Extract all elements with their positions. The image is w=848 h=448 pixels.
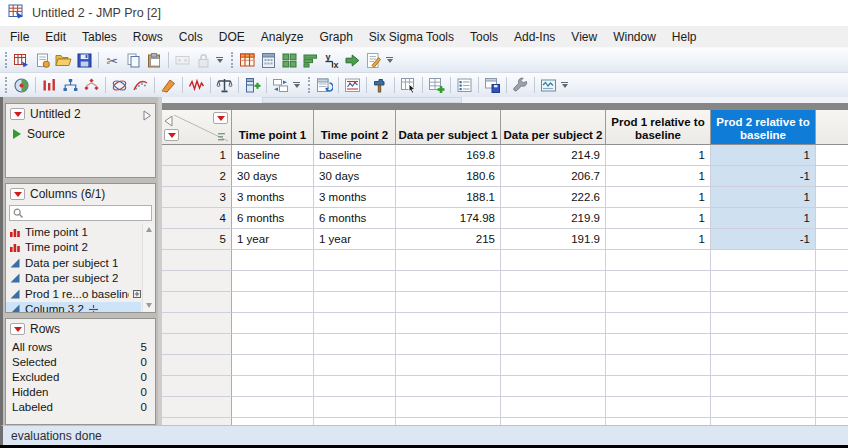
- column-item-time-point-1[interactable]: Time point 1: [6, 224, 141, 240]
- save-icon[interactable]: [74, 50, 95, 71]
- rows-stat-selected[interactable]: Selected0: [6, 354, 155, 369]
- toolbar-overflow-button[interactable]: [386, 57, 393, 63]
- menu-item-cols[interactable]: Cols: [171, 28, 211, 46]
- preferences-wrench-icon[interactable]: [510, 75, 531, 96]
- column-header-prod-1-relative-to-baseline[interactable]: Prod 1 relative to baseline: [606, 110, 711, 145]
- table-cell[interactable]: 6 months: [314, 208, 396, 229]
- layout-panels-icon[interactable]: [270, 75, 291, 96]
- jmp-starter-icon[interactable]: [279, 50, 300, 71]
- column-item-prod-1-re-o-baseline[interactable]: Prod 1 re...o baseline: [6, 286, 141, 302]
- table-cell[interactable]: 191.9: [501, 229, 606, 250]
- table-cell[interactable]: -1: [711, 229, 816, 250]
- row-number[interactable]: 1: [162, 145, 232, 166]
- table-cell[interactable]: 174.98: [396, 208, 501, 229]
- table-cell[interactable]: 30 days: [232, 166, 314, 187]
- menu-item-graph[interactable]: Graph: [311, 28, 360, 46]
- calculator-icon[interactable]: [258, 50, 279, 71]
- table-cell[interactable]: 1: [606, 208, 711, 229]
- rows-stat-excluded[interactable]: Excluded0: [6, 369, 155, 384]
- column-item-time-point-2[interactable]: Time point 2: [6, 240, 141, 256]
- table-cell[interactable]: 222.6: [501, 187, 606, 208]
- column-item-data-per-subject-1[interactable]: Data per subject 1: [6, 255, 141, 271]
- compare-means-icon[interactable]: [214, 75, 235, 96]
- row-number[interactable]: 3: [162, 187, 232, 208]
- copy-icon[interactable]: [123, 50, 144, 71]
- menu-item-tools[interactable]: Tools: [462, 28, 506, 46]
- menu-item-file[interactable]: File: [2, 28, 37, 46]
- menu-item-analyze[interactable]: Analyze: [253, 28, 312, 46]
- rows-panel-menu-button[interactable]: [10, 323, 25, 335]
- control-chart-icon[interactable]: [342, 75, 363, 96]
- multivariate-icon[interactable]: [109, 75, 130, 96]
- lock-icon[interactable]: [193, 50, 214, 71]
- cut-icon[interactable]: ✂: [102, 50, 123, 71]
- table-cell[interactable]: 1: [606, 145, 711, 166]
- window-list-icon[interactable]: [314, 75, 335, 96]
- table-cell[interactable]: 1: [606, 166, 711, 187]
- row-number[interactable]: 4: [162, 208, 232, 229]
- menu-item-view[interactable]: View: [563, 28, 605, 46]
- save-session-icon[interactable]: [482, 75, 503, 96]
- columns-panel-menu-button[interactable]: [10, 188, 25, 200]
- table-cell[interactable]: 1: [606, 187, 711, 208]
- toggle-icon[interactable]: [172, 50, 193, 71]
- rows-stat-labeled[interactable]: Labeled0: [6, 399, 155, 414]
- table-cell[interactable]: 1: [711, 145, 816, 166]
- menu-item-six-sigma-tools[interactable]: Six Sigma Tools: [361, 28, 462, 46]
- column-header-prod-2-relative-to-baseline[interactable]: Prod 2 relative to baseline: [711, 110, 816, 145]
- table-cell[interactable]: 1: [606, 229, 711, 250]
- table-cell[interactable]: 3 months: [232, 187, 314, 208]
- row-number[interactable]: 2: [162, 166, 232, 187]
- source-script-item[interactable]: Source: [6, 124, 155, 141]
- row-number[interactable]: 5: [162, 229, 232, 250]
- new-data-table-icon[interactable]: [11, 50, 32, 71]
- horizontal-scrollbar[interactable]: [162, 97, 848, 103]
- column-viewer-icon[interactable]: [454, 75, 475, 96]
- toolbar-overflow-button[interactable]: [216, 57, 223, 63]
- menu-item-add-ins[interactable]: Add-Ins: [506, 28, 563, 46]
- column-item-column-3-2[interactable]: Column 3 2: [6, 302, 141, 313]
- menu-item-rows[interactable]: Rows: [125, 28, 171, 46]
- script-editor-icon[interactable]: [363, 50, 384, 71]
- menu-item-help[interactable]: Help: [664, 28, 705, 46]
- data-table-icon[interactable]: [237, 50, 258, 71]
- quality-tools-icon[interactable]: [370, 75, 391, 96]
- toolbar-overflow-button[interactable]: [293, 82, 300, 88]
- journal-icon[interactable]: [538, 75, 559, 96]
- table-cell[interactable]: 169.8: [396, 145, 501, 166]
- table-cell[interactable]: 1: [711, 208, 816, 229]
- rows-stat-hidden[interactable]: Hidden0: [6, 384, 155, 399]
- toolbar-overflow-button[interactable]: [561, 82, 568, 88]
- diagram-icon[interactable]: [81, 75, 102, 96]
- profiler-icon[interactable]: [11, 75, 32, 96]
- menu-item-tables[interactable]: Tables: [74, 28, 125, 46]
- rows-menu-button[interactable]: [164, 129, 179, 141]
- doe-design-icon[interactable]: [39, 75, 60, 96]
- column-header-data-per-subject-1[interactable]: Data per subject 1: [396, 110, 501, 145]
- menu-item-doe[interactable]: DOE: [211, 28, 253, 46]
- hierarchical-cluster-icon[interactable]: [60, 75, 81, 96]
- table-cell[interactable]: 188.1: [396, 187, 501, 208]
- table-cell[interactable]: baseline: [232, 145, 314, 166]
- table-cell[interactable]: 219.9: [501, 208, 606, 229]
- h-scrollbar-thumb[interactable]: [262, 97, 462, 103]
- add-rows-icon[interactable]: [426, 75, 447, 96]
- column-header-time-point-2[interactable]: Time point 2: [314, 110, 396, 145]
- column-header-time-point-1[interactable]: Time point 1: [232, 110, 314, 145]
- new-formula-column-icon[interactable]: [242, 75, 263, 96]
- fit-curve-icon[interactable]: [130, 75, 151, 96]
- menu-item-edit[interactable]: Edit: [37, 28, 74, 46]
- table-cell[interactable]: 1 year: [314, 229, 396, 250]
- columns-menu-button[interactable]: [213, 112, 228, 124]
- table-cell[interactable]: 1: [711, 187, 816, 208]
- table-cell[interactable]: 215: [396, 229, 501, 250]
- new-window-icon[interactable]: [32, 50, 53, 71]
- table-cell[interactable]: 214.9: [501, 145, 606, 166]
- column-header-data-per-subject-2[interactable]: Data per subject 2: [501, 110, 606, 145]
- table-panel-menu-button[interactable]: [10, 108, 25, 120]
- menu-item-window[interactable]: Window: [605, 28, 664, 46]
- open-folder-icon[interactable]: [53, 50, 74, 71]
- graph-builder-icon[interactable]: [300, 50, 321, 71]
- table-cell[interactable]: 6 months: [232, 208, 314, 229]
- table-cell[interactable]: 30 days: [314, 166, 396, 187]
